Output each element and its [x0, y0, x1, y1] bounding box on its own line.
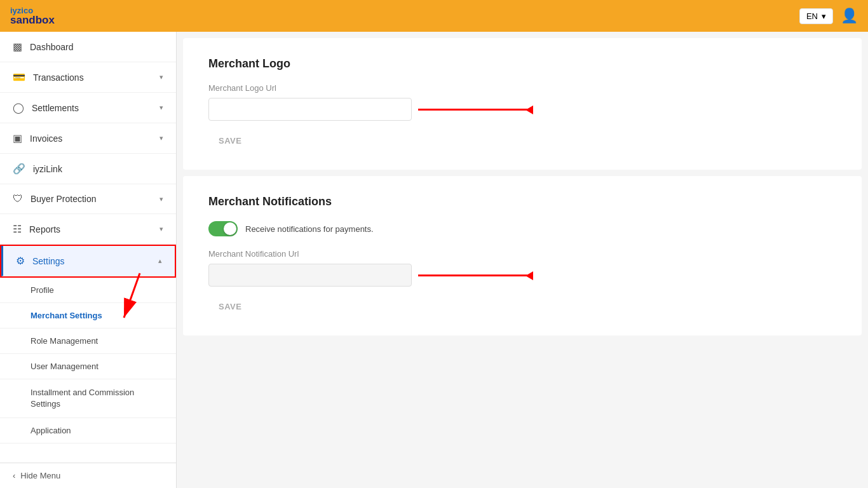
main-layout: ▩ Dashboard 💳 Transactions ▾ ◯ Settlemen… — [0, 32, 868, 488]
notifications-toggle[interactable] — [208, 221, 238, 236]
link-icon: 🔗 — [13, 163, 25, 175]
header: iyzico sandbox EN ▾ 👤 — [0, 0, 868, 32]
chevron-left-icon: ‹ — [13, 471, 15, 480]
chevron-icon: ▾ — [159, 225, 163, 233]
submenu-label-installment: Installment and Commission Settings — [31, 387, 163, 410]
chevron-icon: ▾ — [159, 195, 163, 203]
circle-dollar-icon: ◯ — [13, 102, 24, 114]
header-right: EN ▾ 👤 — [799, 8, 858, 24]
logo-sandbox: sandbox — [10, 15, 55, 25]
submenu-item-application[interactable]: Application — [0, 418, 176, 444]
hide-menu-button[interactable]: ‹ Hide Menu — [0, 463, 176, 488]
sidebar-label-settings: Settings — [32, 256, 65, 266]
submenu-label-profile: Profile — [31, 285, 54, 295]
hide-menu-label: Hide Menu — [20, 471, 60, 480]
merchant-notifications-title: Merchant Notifications — [208, 195, 836, 208]
gear-icon: ⚙ — [16, 255, 25, 267]
language-selector[interactable]: EN ▾ — [799, 8, 833, 24]
submenu-label-user-management: User Management — [31, 362, 98, 371]
submenu-label-role-management: Role Management — [31, 336, 98, 346]
merchant-logo-url-input[interactable] — [208, 98, 412, 121]
sidebar-label-buyer-protection: Buyer Protection — [31, 194, 97, 204]
chevron-icon: ▾ — [159, 73, 163, 81]
sidebar-item-transactions[interactable]: 💳 Transactions ▾ — [0, 62, 176, 93]
red-arrow-logo — [418, 109, 532, 111]
merchant-logo-title: Merchant Logo — [208, 57, 836, 71]
sidebar: ▩ Dashboard 💳 Transactions ▾ ◯ Settlemen… — [0, 32, 177, 488]
submenu-item-installment[interactable]: Installment and Commission Settings — [0, 379, 176, 418]
sidebar-label-iyzilink: iyziLink — [33, 164, 62, 174]
content-area: Merchant Logo Merchant Logo Url SAVE Mer… — [177, 32, 868, 488]
sidebar-item-settlements[interactable]: ◯ Settlements ▾ — [0, 93, 176, 123]
user-icon[interactable]: 👤 — [841, 8, 858, 24]
sidebar-label-transactions: Transactions — [33, 72, 84, 83]
sidebar-item-dashboard[interactable]: ▩ Dashboard — [0, 32, 176, 62]
chevron-down-icon: ▾ — [822, 11, 826, 21]
sidebar-label-invoices: Invoices — [30, 133, 62, 144]
notification-toggle-row: Receive notifications for payments. — [208, 221, 836, 236]
bar-chart-icon: ▩ — [13, 41, 22, 53]
sidebar-label-dashboard: Dashboard — [30, 42, 74, 52]
lang-label: EN — [806, 11, 818, 21]
grid-icon: ☷ — [13, 223, 22, 235]
merchant-notification-url-input[interactable] — [208, 264, 412, 287]
sidebar-item-reports[interactable]: ☷ Reports ▾ — [0, 214, 176, 245]
merchant-logo-card: Merchant Logo Merchant Logo Url SAVE — [183, 38, 862, 170]
logo: iyzico sandbox — [10, 6, 55, 25]
sidebar-label-reports: Reports — [29, 224, 60, 234]
shield-icon: 🛡 — [13, 193, 23, 205]
document-icon: ▣ — [13, 132, 22, 144]
notifications-toggle-label: Receive notifications for payments. — [245, 224, 374, 234]
wallet-icon: 💳 — [13, 71, 25, 83]
submenu-item-merchant-settings[interactable]: Merchant Settings — [0, 303, 176, 329]
chevron-icon: ▾ — [159, 134, 163, 142]
toggle-knob — [224, 222, 236, 235]
chevron-up-icon: ▴ — [158, 257, 162, 265]
merchant-notification-input-row — [208, 264, 836, 287]
merchant-logo-url-label: Merchant Logo Url — [208, 83, 836, 93]
settings-highlight-box: ⚙ Settings ▴ — [0, 245, 176, 278]
sidebar-item-buyer-protection[interactable]: 🛡 Buyer Protection ▾ — [0, 184, 176, 214]
sidebar-label-settlements: Settlements — [32, 103, 79, 113]
submenu-item-user-management[interactable]: User Management — [0, 354, 176, 379]
chevron-icon: ▾ — [159, 104, 163, 112]
red-arrow-notification — [418, 274, 532, 276]
merchant-logo-save-button[interactable]: SAVE — [208, 131, 252, 151]
submenu-label-application: Application — [31, 426, 71, 435]
submenu-item-role-management[interactable]: Role Management — [0, 329, 176, 354]
merchant-notification-url-label: Merchant Notification Url — [208, 249, 836, 259]
merchant-notifications-save-button[interactable]: SAVE — [208, 297, 252, 316]
submenu-label-merchant-settings: Merchant Settings — [31, 311, 102, 320]
sidebar-item-invoices[interactable]: ▣ Invoices ▾ — [0, 123, 176, 154]
merchant-logo-input-row — [208, 98, 836, 121]
sidebar-item-settings[interactable]: ⚙ Settings ▴ — [1, 246, 175, 276]
sidebar-item-iyzilink[interactable]: 🔗 iyziLink — [0, 154, 176, 184]
merchant-notifications-card: Merchant Notifications Receive notificat… — [183, 176, 862, 336]
submenu-item-profile[interactable]: Profile — [0, 278, 176, 303]
